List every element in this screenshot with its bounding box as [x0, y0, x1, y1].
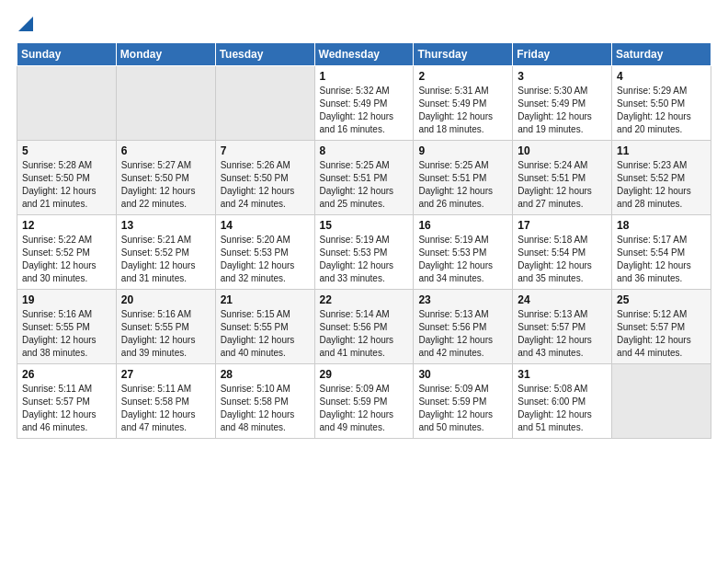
day-cell-3-1: 20Sunrise: 5:16 AM Sunset: 5:55 PM Dayli…: [116, 290, 215, 364]
col-saturday: Saturday: [612, 43, 711, 66]
day-cell-2-4: 16Sunrise: 5:19 AM Sunset: 5:53 PM Dayli…: [414, 215, 513, 290]
header: [17, 17, 711, 33]
day-info: Sunrise: 5:08 AM Sunset: 6:00 PM Dayligh…: [518, 383, 607, 434]
day-info: Sunrise: 5:27 AM Sunset: 5:50 PM Dayligh…: [121, 159, 210, 211]
day-number: 15: [320, 219, 409, 232]
day-cell-2-2: 14Sunrise: 5:20 AM Sunset: 5:53 PM Dayli…: [215, 215, 314, 290]
day-cell-4-2: 28Sunrise: 5:10 AM Sunset: 5:58 PM Dayli…: [215, 364, 314, 439]
day-info: Sunrise: 5:19 AM Sunset: 5:53 PM Dayligh…: [320, 234, 409, 285]
week-row-4: 19Sunrise: 5:16 AM Sunset: 5:55 PM Dayli…: [17, 290, 711, 364]
day-number: 8: [320, 144, 409, 157]
day-cell-3-2: 21Sunrise: 5:15 AM Sunset: 5:55 PM Dayli…: [215, 290, 314, 364]
day-info: Sunrise: 5:25 AM Sunset: 5:51 PM Dayligh…: [320, 159, 409, 211]
day-info: Sunrise: 5:11 AM Sunset: 5:58 PM Dayligh…: [121, 383, 210, 434]
day-info: Sunrise: 5:17 AM Sunset: 5:54 PM Dayligh…: [617, 234, 706, 285]
day-info: Sunrise: 5:13 AM Sunset: 5:56 PM Dayligh…: [418, 308, 507, 360]
day-cell-2-5: 17Sunrise: 5:18 AM Sunset: 5:54 PM Dayli…: [513, 215, 612, 290]
col-sunday: Sunday: [17, 43, 117, 66]
day-cell-1-0: 5Sunrise: 5:28 AM Sunset: 5:50 PM Daylig…: [17, 141, 117, 215]
day-number: 2: [418, 70, 507, 83]
day-cell-0-0: [17, 66, 117, 141]
day-number: 18: [617, 219, 706, 232]
day-cell-0-5: 3Sunrise: 5:30 AM Sunset: 5:49 PM Daylig…: [513, 66, 612, 141]
day-info: Sunrise: 5:19 AM Sunset: 5:53 PM Dayligh…: [418, 234, 507, 285]
page: Sunday Monday Tuesday Wednesday Thursday…: [0, 0, 728, 563]
day-info: Sunrise: 5:25 AM Sunset: 5:51 PM Dayligh…: [418, 159, 507, 211]
week-row-1: 1Sunrise: 5:32 AM Sunset: 5:49 PM Daylig…: [17, 66, 711, 141]
day-number: 12: [22, 219, 111, 232]
day-number: 28: [221, 368, 310, 381]
calendar-table: Sunday Monday Tuesday Wednesday Thursday…: [17, 42, 711, 439]
col-friday: Friday: [513, 43, 612, 66]
day-number: 1: [320, 70, 409, 83]
day-info: Sunrise: 5:29 AM Sunset: 5:50 PM Dayligh…: [617, 85, 706, 136]
day-number: 20: [121, 293, 210, 306]
day-info: Sunrise: 5:11 AM Sunset: 5:57 PM Dayligh…: [22, 383, 111, 434]
day-cell-0-3: 1Sunrise: 5:32 AM Sunset: 5:49 PM Daylig…: [314, 66, 414, 141]
day-cell-3-4: 23Sunrise: 5:13 AM Sunset: 5:56 PM Dayli…: [414, 290, 513, 364]
day-number: 25: [617, 293, 706, 306]
week-row-3: 12Sunrise: 5:22 AM Sunset: 5:52 PM Dayli…: [17, 215, 711, 290]
day-info: Sunrise: 5:26 AM Sunset: 5:50 PM Dayligh…: [221, 159, 310, 211]
day-number: 4: [617, 70, 706, 83]
day-number: 29: [320, 368, 409, 381]
day-number: 6: [121, 144, 210, 157]
day-cell-0-4: 2Sunrise: 5:31 AM Sunset: 5:49 PM Daylig…: [414, 66, 513, 141]
day-cell-1-5: 10Sunrise: 5:24 AM Sunset: 5:51 PM Dayli…: [513, 141, 612, 215]
day-info: Sunrise: 5:24 AM Sunset: 5:51 PM Dayligh…: [518, 159, 607, 211]
day-number: 13: [121, 219, 210, 232]
day-cell-3-5: 24Sunrise: 5:13 AM Sunset: 5:57 PM Dayli…: [513, 290, 612, 364]
day-info: Sunrise: 5:18 AM Sunset: 5:54 PM Dayligh…: [518, 234, 607, 285]
day-number: 26: [22, 368, 111, 381]
col-monday: Monday: [116, 43, 215, 66]
day-info: Sunrise: 5:22 AM Sunset: 5:52 PM Dayligh…: [22, 234, 111, 285]
day-info: Sunrise: 5:23 AM Sunset: 5:52 PM Dayligh…: [617, 159, 706, 211]
day-number: 10: [518, 144, 607, 157]
day-info: Sunrise: 5:31 AM Sunset: 5:49 PM Dayligh…: [418, 85, 507, 136]
svg-marker-0: [18, 17, 33, 31]
day-cell-4-0: 26Sunrise: 5:11 AM Sunset: 5:57 PM Dayli…: [17, 364, 117, 439]
day-number: 22: [320, 293, 409, 306]
day-number: 19: [22, 293, 111, 306]
day-cell-1-6: 11Sunrise: 5:23 AM Sunset: 5:52 PM Dayli…: [612, 141, 711, 215]
day-info: Sunrise: 5:10 AM Sunset: 5:58 PM Dayligh…: [221, 383, 310, 434]
day-number: 5: [22, 144, 111, 157]
day-number: 11: [617, 144, 706, 157]
day-number: 30: [418, 368, 507, 381]
day-info: Sunrise: 5:32 AM Sunset: 5:49 PM Dayligh…: [320, 85, 409, 136]
col-wednesday: Wednesday: [314, 43, 414, 66]
day-cell-2-6: 18Sunrise: 5:17 AM Sunset: 5:54 PM Dayli…: [612, 215, 711, 290]
day-number: 9: [418, 144, 507, 157]
day-number: 3: [518, 70, 607, 83]
day-cell-1-4: 9Sunrise: 5:25 AM Sunset: 5:51 PM Daylig…: [414, 141, 513, 215]
day-cell-3-6: 25Sunrise: 5:12 AM Sunset: 5:57 PM Dayli…: [612, 290, 711, 364]
day-number: 24: [518, 293, 607, 306]
day-cell-2-0: 12Sunrise: 5:22 AM Sunset: 5:52 PM Dayli…: [17, 215, 117, 290]
calendar-header-row: Sunday Monday Tuesday Wednesday Thursday…: [17, 43, 711, 66]
day-info: Sunrise: 5:16 AM Sunset: 5:55 PM Dayligh…: [121, 308, 210, 360]
day-cell-1-1: 6Sunrise: 5:27 AM Sunset: 5:50 PM Daylig…: [116, 141, 215, 215]
day-number: 27: [121, 368, 210, 381]
day-cell-1-3: 8Sunrise: 5:25 AM Sunset: 5:51 PM Daylig…: [314, 141, 414, 215]
logo-icon: [18, 17, 33, 31]
day-cell-0-1: [116, 66, 215, 141]
day-info: Sunrise: 5:21 AM Sunset: 5:52 PM Dayligh…: [121, 234, 210, 285]
col-tuesday: Tuesday: [215, 43, 314, 66]
day-number: 16: [418, 219, 507, 232]
day-cell-0-6: 4Sunrise: 5:29 AM Sunset: 5:50 PM Daylig…: [612, 66, 711, 141]
day-cell-3-3: 22Sunrise: 5:14 AM Sunset: 5:56 PM Dayli…: [314, 290, 414, 364]
day-number: 7: [221, 144, 310, 157]
day-cell-4-6: [612, 364, 711, 439]
day-info: Sunrise: 5:09 AM Sunset: 5:59 PM Dayligh…: [418, 383, 507, 434]
day-number: 17: [518, 219, 607, 232]
day-number: 14: [221, 219, 310, 232]
day-cell-1-2: 7Sunrise: 5:26 AM Sunset: 5:50 PM Daylig…: [215, 141, 314, 215]
day-cell-3-0: 19Sunrise: 5:16 AM Sunset: 5:55 PM Dayli…: [17, 290, 117, 364]
day-info: Sunrise: 5:13 AM Sunset: 5:57 PM Dayligh…: [518, 308, 607, 360]
day-info: Sunrise: 5:12 AM Sunset: 5:57 PM Dayligh…: [617, 308, 706, 360]
day-info: Sunrise: 5:30 AM Sunset: 5:49 PM Dayligh…: [518, 85, 607, 136]
day-cell-4-1: 27Sunrise: 5:11 AM Sunset: 5:58 PM Dayli…: [116, 364, 215, 439]
day-number: 31: [518, 368, 607, 381]
col-thursday: Thursday: [414, 43, 513, 66]
day-info: Sunrise: 5:16 AM Sunset: 5:55 PM Dayligh…: [22, 308, 111, 360]
